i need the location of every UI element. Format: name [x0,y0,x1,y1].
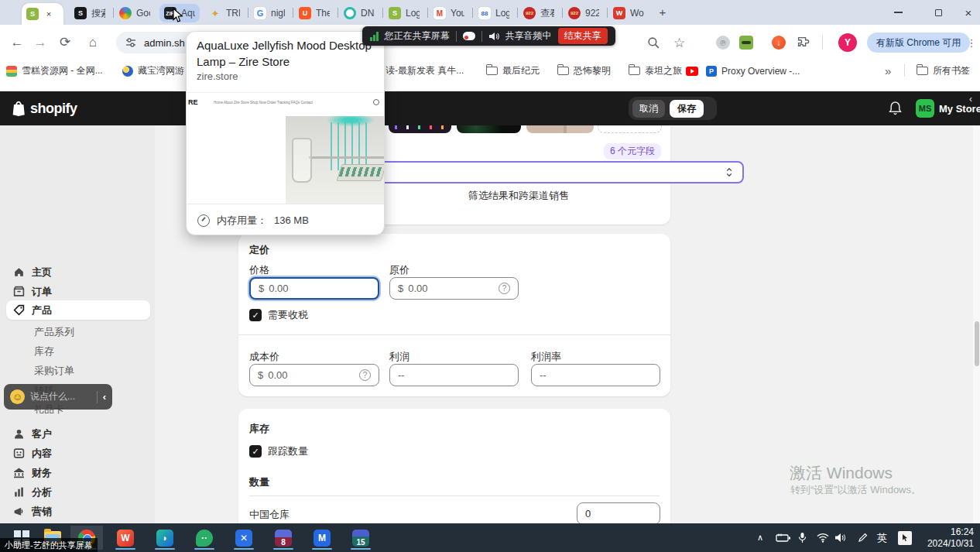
battery-icon[interactable] [776,523,791,552]
page-scrollbar[interactable] [973,125,980,523]
save-button[interactable]: 保存 [670,100,704,118]
price-field[interactable]: $ [249,277,379,300]
comment-input[interactable]: 说点什么... [30,390,91,403]
browser-tab[interactable]: DNS [339,4,379,22]
zoom-icon[interactable] [647,33,660,53]
margin-input[interactable] [540,369,652,381]
forward-button[interactable]: → [31,33,50,52]
collapse-left-icon[interactable]: ‹ [103,391,106,403]
new-tab-button[interactable]: + [655,5,670,20]
margin-field[interactable] [531,364,660,386]
sidebar-item-home[interactable]: 主页 [6,262,150,282]
blue-x-app-button[interactable]: ✕ [228,526,260,550]
stop-sharing-button[interactable]: 结束共享 [558,28,608,44]
checkbox-checked-icon[interactable]: ✓ [249,309,262,321]
bookmark-star-icon[interactable]: ☆ [673,33,685,53]
minimize-button[interactable] [882,0,913,25]
price-input[interactable] [269,283,370,294]
browser-tab[interactable]: ✦ TREN [204,4,245,22]
close-button[interactable]: × [957,0,980,25]
teal-app-button[interactable]: ◗ [149,526,181,550]
home-button[interactable]: ⌂ [84,33,102,52]
bookmark-item[interactable]: 雪糕资源网 - 全网... [6,63,103,78]
scrollbar-thumb[interactable] [975,321,979,366]
extensions-puzzle-icon[interactable] [797,33,810,53]
touch-keyboard-icon[interactable] [898,523,912,552]
category-select[interactable] [333,161,744,183]
wifi-icon[interactable] [817,523,829,552]
track-quantity-checkbox-row[interactable]: ✓ 跟踪数量 [249,444,308,458]
tray-expand-chevron[interactable]: ∧ [757,523,763,552]
reload-button[interactable]: ⟳ [56,33,74,52]
browser-tab[interactable]: 922 922F [564,4,604,22]
microphone-icon[interactable] [798,523,807,552]
quantity-field[interactable] [577,502,660,525]
browser-menu-icon[interactable]: ⋮ [966,37,977,49]
ime-indicator[interactable]: 英 [877,523,887,552]
collapse-chevron-icon[interactable]: ‹ [969,94,972,105]
compare-price-field[interactable]: $ ? [389,277,519,300]
back-button[interactable]: ← [8,33,26,52]
sidebar-item-content[interactable]: 内容 [6,444,150,463]
bookmark-folder[interactable]: 最后纪元 [486,63,540,78]
cost-field[interactable]: $ ? [249,364,379,386]
browser-tab[interactable]: Goo [115,4,155,22]
all-bookmarks-folder[interactable]: 所有书签 [917,63,970,78]
extension-gray-icon[interactable]: ℗ [716,33,730,53]
bookmark-youtube[interactable] [686,63,698,78]
browser-tab[interactable]: S 搜索 [70,4,110,22]
restore-button[interactable] [923,0,954,25]
tab-close-icon[interactable]: × [43,9,54,19]
sidebar-item-marketing[interactable]: 营销 [6,502,150,521]
compare-price-input[interactable] [408,283,494,294]
wps-button[interactable]: W [109,526,142,550]
extension-download-icon[interactable]: ↓ [772,33,786,53]
profit-field[interactable] [389,364,519,386]
bookmark-item[interactable]: P Proxy Overview -... [706,63,800,78]
browser-tab[interactable]: W Wor [608,4,649,22]
notifications-bell-icon[interactable] [889,101,902,115]
sidebar-item-analytics[interactable]: 分析 [6,482,150,502]
browser-tab[interactable]: 88 Logo [474,4,514,22]
speaker-icon[interactable] [834,523,846,552]
chrome-update-pill[interactable]: 有新版 Chrome 可用 [867,33,970,53]
taskbar-clock[interactable]: 16:24 2024/10/31 [927,526,974,550]
bookmark-folder[interactable]: 泰坦之旅 [629,63,682,78]
store-avatar[interactable]: MS [916,99,934,118]
calendar-15-app-button[interactable]: 15 [344,526,377,550]
metafields-link[interactable]: 6 个元字段 [604,143,661,159]
bookmark-folder[interactable]: 恐怖黎明 [557,63,611,78]
sidebar-item-finances[interactable]: 财务 [6,463,150,482]
sidebar-item-customers[interactable]: 客户 [6,424,150,444]
meeting-app-button[interactable]: M [306,526,338,550]
bookmark-item[interactable]: 藏宝湾网游 [122,63,184,78]
site-info-icon[interactable] [125,37,136,48]
sidebar-item-inventory[interactable]: 库存 [6,343,150,360]
sidebar-item-orders[interactable]: 订单 [6,282,150,301]
sidebar-item-collections[interactable]: 产品系列 [6,324,150,341]
charge-tax-checkbox-row[interactable]: ✓ 需要收税 [249,308,308,322]
browser-tab[interactable]: U The [294,4,334,22]
extension-glasses-icon[interactable] [739,33,753,53]
browser-tab[interactable]: M Your [429,4,469,22]
browser-tab-active[interactable]: S × [22,3,63,25]
cancel-button[interactable]: 取消 [632,100,665,118]
browser-tab[interactable]: 922 查看 [519,4,559,22]
smiley-icon[interactable]: ☺ [10,389,25,404]
profile-avatar[interactable]: Y [838,33,857,52]
calendar-8-app-button[interactable]: 8 [267,526,300,550]
bookmark-item[interactable]: 读-最新发表 真牛... [385,63,464,78]
pen-icon[interactable] [858,523,868,552]
bookmarks-overflow[interactable]: » [885,63,891,78]
sidebar-item-products[interactable]: 产品 [6,300,150,320]
checkbox-checked-icon[interactable]: ✓ [249,445,262,458]
cost-input[interactable] [268,369,355,381]
sidebar-item-purchase-orders[interactable]: 采购订单 [6,362,150,379]
help-icon[interactable]: ? [499,283,510,294]
browser-tab[interactable]: G nigh [249,4,290,22]
help-icon[interactable]: ? [359,369,371,381]
browser-tab[interactable]: S Logo [384,4,424,22]
profit-input[interactable] [398,369,510,381]
quantity-input[interactable] [585,508,652,519]
wechat-button[interactable]: ·· [188,526,221,550]
